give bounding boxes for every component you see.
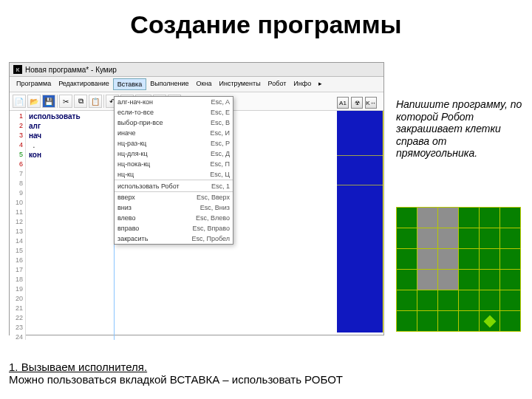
grid-cell (438, 311, 459, 332)
grid-cell (500, 228, 521, 249)
grid-cell (500, 208, 521, 228)
radiation-icon[interactable]: ☢ (351, 97, 363, 109)
grid-cell (480, 270, 500, 290)
field-toolbar: A1 ☢ K↔ (337, 97, 377, 109)
grid-cell (459, 270, 480, 290)
task-text: Напишите программу, по которой Робот зак… (396, 98, 528, 160)
window-title: Новая программа* - Кумир (25, 66, 117, 74)
menu-program[interactable]: Программа (13, 78, 55, 90)
grid-cell (480, 208, 500, 228)
menu-edit[interactable]: Редактирование (55, 78, 113, 90)
grid-cell (397, 228, 417, 249)
grid-cell (480, 290, 500, 311)
menu-insert[interactable]: Вставка (113, 78, 146, 90)
grid-cell (480, 311, 500, 332)
grid-cell (397, 208, 417, 228)
cut-icon[interactable]: ✂ (59, 95, 72, 108)
grid-cell (397, 270, 417, 290)
grid-cell (417, 311, 438, 332)
slide-title: Создание программы (0, 0, 532, 42)
titlebar: К Новая программа* - Кумир (10, 63, 383, 77)
save-icon[interactable]: 💾 (42, 95, 55, 108)
grid-cell (459, 290, 480, 311)
grid-cell (459, 249, 480, 270)
resize-icon[interactable]: K↔ (365, 97, 377, 109)
robot-grid (396, 207, 529, 332)
a1-icon[interactable]: A1 (337, 97, 349, 109)
grid-cell (459, 208, 480, 228)
footer-hint: Можно пользоваться вкладкой ВСТАВКА – ис… (9, 373, 343, 386)
separator (103, 95, 104, 108)
menu-robot[interactable]: Робот (265, 78, 290, 90)
footer-step: 1. Вызываем исполнителя. (9, 361, 147, 373)
field-pane-partial (337, 111, 383, 332)
new-icon[interactable]: 📄 (13, 95, 26, 108)
grid-cell (480, 249, 500, 270)
grid-cell (397, 311, 417, 332)
grid-cell (500, 270, 521, 290)
grid-cell (417, 228, 438, 249)
grid-cell (417, 208, 438, 228)
grid-cell (417, 270, 438, 290)
grid-cell (459, 311, 480, 332)
grid-cell (417, 290, 438, 311)
footer: 1. Вызываем исполнителя. Можно пользоват… (9, 361, 343, 386)
grid-cell (438, 228, 459, 249)
grid-cell (500, 311, 521, 332)
menu-run[interactable]: Выполнение (146, 78, 192, 90)
insert-menu-dropdown[interactable]: алг-нач-конEsc, A если-то-всеEsc, Е выбо… (114, 96, 233, 245)
grid-cell (438, 249, 459, 270)
grid-cell (500, 290, 521, 311)
grid-cell (500, 249, 521, 270)
code-editor[interactable]: использовать алг нач . кон (26, 111, 115, 340)
grid-cell (438, 208, 459, 228)
grid-cell (459, 228, 480, 249)
menu-more[interactable]: ▸ (315, 78, 326, 90)
grid-cell (480, 228, 500, 249)
line-gutter: 1234 5678 9101112 13141516 17181920 2122… (10, 111, 26, 340)
menu-windows[interactable]: Окна (193, 78, 216, 90)
paste-icon[interactable]: 📋 (89, 95, 102, 108)
app-icon: К (13, 65, 22, 74)
grid-cell (438, 290, 459, 311)
grid-cell (397, 290, 417, 311)
menu-tools[interactable]: Инструменты (215, 78, 264, 90)
copy-icon[interactable]: ⧉ (74, 95, 87, 108)
grid-cell (417, 249, 438, 270)
menu-info[interactable]: Инфо (290, 78, 315, 90)
separator (57, 95, 58, 108)
menubar[interactable]: Программа Редактирование Вставка Выполне… (10, 77, 383, 92)
grid-cell (438, 270, 459, 290)
open-icon[interactable]: 📂 (27, 95, 41, 108)
grid-cell (397, 249, 417, 270)
